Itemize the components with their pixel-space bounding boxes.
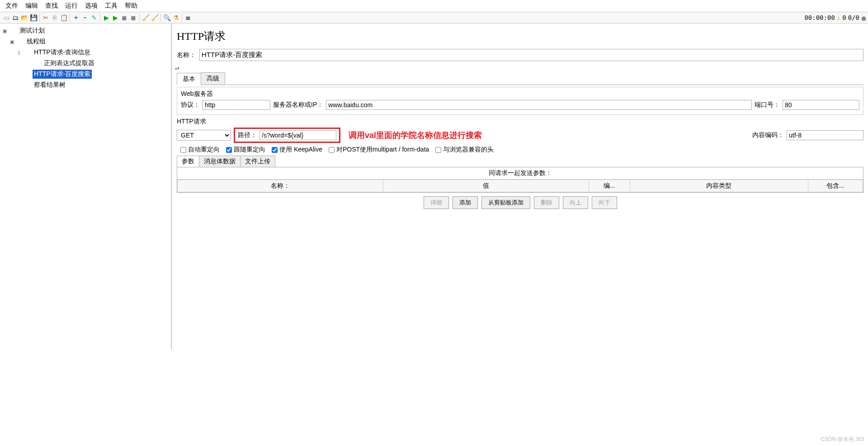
- test-plan-icon: [9, 27, 16, 34]
- expand-icon[interactable]: [72, 14, 80, 22]
- new-icon[interactable]: [2, 14, 10, 22]
- delete-button[interactable]: 删除: [534, 196, 559, 209]
- subtab-body[interactable]: 消息体数据: [199, 156, 241, 167]
- tab-advanced[interactable]: 高级: [201, 72, 225, 85]
- panel-title: HTTP请求: [177, 29, 863, 43]
- warning-count: 0: [842, 14, 846, 21]
- paste-icon[interactable]: [60, 14, 68, 22]
- add-button[interactable]: 添加: [453, 196, 478, 209]
- server-input[interactable]: [326, 100, 752, 110]
- col-include[interactable]: 包含...: [808, 180, 863, 192]
- http-request-legend: HTTP请求: [177, 118, 863, 126]
- toolbar: 00:00:00 0 0/0: [0, 12, 868, 24]
- test-plan-tree[interactable]: ▣ 测试计划 ▣ 线程组 ▯ HTTP请求-查询信息 正则表达式提取器 HTTP…: [0, 24, 172, 349]
- multipart-checkbox[interactable]: 对POST使用multipart / form-data: [329, 146, 429, 154]
- subtab-params[interactable]: 参数: [177, 156, 199, 167]
- shutdown-icon[interactable]: [129, 14, 137, 22]
- tree-results-tree[interactable]: 察看结果树: [2, 80, 169, 90]
- tree-label[interactable]: 正则表达式提取器: [42, 59, 96, 68]
- params-table[interactable]: 名称： 值 编... 内容类型 包含...: [177, 180, 863, 192]
- tree-thread-group[interactable]: ▣ 线程组: [2, 36, 169, 47]
- add-from-clipboard-button[interactable]: 从剪贴板添加: [481, 196, 530, 209]
- collapse-icon[interactable]: [81, 14, 89, 22]
- down-button[interactable]: 向下: [592, 196, 617, 209]
- col-name[interactable]: 名称：: [178, 180, 383, 192]
- params-title: 同请求一起发送参数：: [177, 167, 863, 180]
- server-label: 服务器名称或IP：: [273, 101, 323, 109]
- detail-button[interactable]: 详细: [424, 196, 449, 209]
- browser-compat-checkbox[interactable]: 与浏览器兼容的头: [435, 146, 494, 154]
- tree-label[interactable]: 线程组: [25, 37, 47, 46]
- sampler-icon: [24, 71, 31, 78]
- listener-icon: [24, 81, 31, 89]
- tree-label[interactable]: HTTP请求-查询信息: [33, 48, 92, 57]
- collapse-icon[interactable]: ▯: [16, 50, 22, 55]
- protocol-input[interactable]: [203, 100, 270, 110]
- tab-basic[interactable]: 基本: [177, 73, 201, 85]
- collapse-icon[interactable]: ▣: [9, 39, 14, 44]
- clear-icon[interactable]: [142, 14, 150, 22]
- col-value[interactable]: 值: [383, 180, 589, 192]
- up-button[interactable]: 向上: [563, 196, 588, 209]
- copy-icon[interactable]: [51, 14, 59, 22]
- name-input[interactable]: [199, 49, 863, 61]
- path-label: 路径：: [238, 131, 257, 139]
- tree-label[interactable]: HTTP请求-百度搜索: [33, 70, 92, 79]
- thread-group-icon: [16, 38, 24, 45]
- annotation-text: 调用val里面的学院名称信息进行搜索: [349, 130, 482, 141]
- encoding-input[interactable]: [787, 130, 863, 140]
- path-input[interactable]: [259, 130, 336, 140]
- start-no-timers-icon[interactable]: [111, 14, 119, 22]
- col-content-type[interactable]: 内容类型: [630, 180, 808, 192]
- tree-label[interactable]: 察看结果树: [33, 81, 67, 90]
- menu-file[interactable]: 文件: [2, 1, 22, 11]
- stop-icon[interactable]: [120, 14, 128, 22]
- auto-redirect-checkbox[interactable]: 自动重定向: [180, 146, 220, 154]
- menu-bar: 文件 编辑 查找 运行 选项 工具 帮助: [0, 0, 868, 12]
- warning-icon[interactable]: [837, 14, 840, 21]
- splitter-handle[interactable]: ▴▾: [175, 66, 863, 71]
- options-icon[interactable]: [184, 14, 192, 22]
- port-label: 端口号：: [755, 101, 780, 109]
- menu-edit[interactable]: 编辑: [22, 1, 42, 11]
- cut-icon[interactable]: [42, 14, 50, 22]
- thread-count: 0/0: [848, 14, 859, 21]
- extractor-icon: [33, 60, 41, 67]
- menu-run[interactable]: 运行: [61, 1, 81, 11]
- elapsed-time: 00:00:00: [804, 14, 835, 21]
- menu-find[interactable]: 查找: [42, 1, 61, 11]
- status-icon: [861, 14, 866, 21]
- keepalive-checkbox[interactable]: 使用 KeepAlive: [272, 146, 322, 154]
- clear-all-icon[interactable]: [151, 14, 159, 22]
- menu-tools[interactable]: 工具: [101, 1, 121, 11]
- sampler-icon: [24, 49, 31, 56]
- collapse-icon[interactable]: ▣: [2, 28, 7, 33]
- name-label: 名称：: [177, 51, 199, 59]
- tree-label[interactable]: 测试计划: [18, 26, 46, 35]
- protocol-label: 协议：: [181, 101, 200, 109]
- open-icon[interactable]: [20, 14, 28, 22]
- tree-regex-extractor[interactable]: 正则表达式提取器: [2, 58, 169, 69]
- encoding-label: 内容编码：: [752, 131, 784, 139]
- follow-redirect-checkbox[interactable]: 跟随重定向: [226, 146, 265, 154]
- start-icon[interactable]: [102, 14, 110, 22]
- web-server-legend: Web服务器: [181, 90, 859, 98]
- toggle-icon[interactable]: [90, 14, 98, 22]
- port-input[interactable]: [783, 100, 859, 110]
- menu-help[interactable]: 帮助: [121, 1, 141, 11]
- search-icon[interactable]: [163, 14, 171, 22]
- method-select[interactable]: GET: [177, 130, 231, 141]
- path-highlight: 路径：: [234, 128, 340, 143]
- save-icon[interactable]: [29, 14, 38, 22]
- menu-options[interactable]: 选项: [81, 1, 101, 11]
- subtab-files[interactable]: 文件上传: [240, 156, 275, 167]
- function-helper-icon[interactable]: [172, 14, 180, 22]
- col-encode[interactable]: 编...: [589, 180, 630, 192]
- tree-http-query[interactable]: ▯ HTTP请求-查询信息: [2, 47, 169, 58]
- tree-http-baidu[interactable]: HTTP请求-百度搜索: [2, 69, 169, 80]
- tree-root[interactable]: ▣ 测试计划: [2, 25, 169, 36]
- templates-icon[interactable]: [11, 14, 19, 22]
